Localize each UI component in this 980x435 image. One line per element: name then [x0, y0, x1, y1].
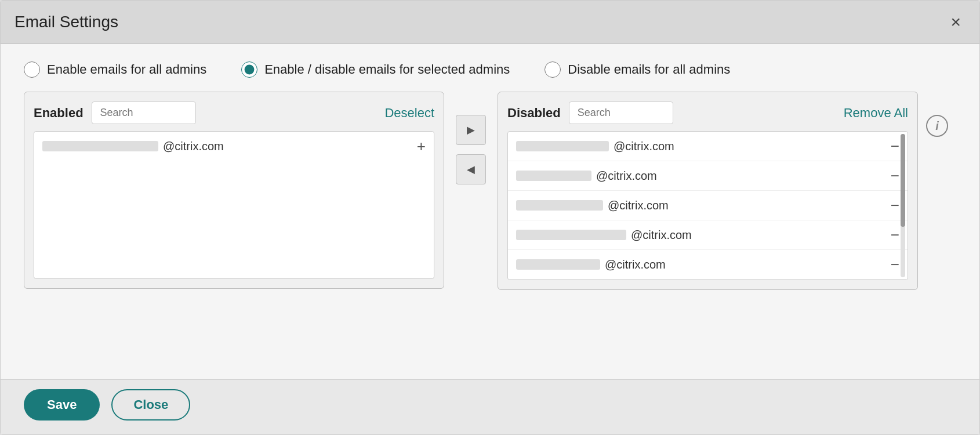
save-button[interactable]: Save — [24, 389, 100, 420]
dialog-header: Email Settings × — [1, 1, 979, 44]
add-item-button[interactable]: + — [417, 139, 426, 154]
dialog-title: Email Settings — [14, 13, 118, 31]
radio-label-enable-all: Enable emails for all admins — [47, 62, 206, 77]
blurred-email-name — [42, 141, 158, 151]
scrollbar-track — [901, 134, 905, 277]
left-arrow-icon: ◀ — [467, 163, 475, 176]
move-left-button[interactable]: ◀ — [456, 154, 486, 184]
dialog-footer: Save Close — [1, 379, 979, 434]
disabled-search-input[interactable] — [569, 102, 673, 124]
scrollbar-thumb[interactable] — [901, 134, 905, 227]
remove-item-button[interactable]: − — [891, 168, 899, 183]
radio-enable-selected[interactable]: Enable / disable emails for selected adm… — [241, 61, 510, 78]
blurred-email-name — [516, 230, 626, 240]
info-icon-container: i — [918, 115, 956, 137]
close-button[interactable]: Close — [111, 389, 190, 420]
list-item: @citrix.com − — [508, 250, 908, 280]
item-domain: @citrix.com — [163, 140, 224, 153]
radio-input-disable-all[interactable] — [545, 61, 561, 78]
disabled-panel-header: Disabled Remove All — [507, 102, 908, 124]
item-domain: @citrix.com — [596, 169, 657, 183]
enabled-list: @citrix.com + — [34, 131, 434, 279]
blurred-email-name — [516, 200, 603, 211]
radio-label-disable-all: Disable emails for all admins — [568, 62, 730, 77]
panels-row: Enabled Deselect @citrix.com + ▶ — [24, 92, 956, 368]
remove-item-button[interactable]: − — [891, 257, 899, 272]
close-icon-button[interactable]: × — [946, 11, 966, 33]
list-item: @citrix.com − — [508, 132, 908, 161]
enabled-search-input[interactable] — [92, 102, 196, 124]
list-item: @citrix.com − — [508, 191, 908, 220]
radio-input-enable-all[interactable] — [24, 61, 40, 78]
enabled-panel-header: Enabled Deselect — [34, 102, 434, 124]
radio-group: Enable emails for all admins Enable / di… — [24, 61, 956, 78]
enabled-panel: Enabled Deselect @citrix.com + — [24, 92, 444, 289]
item-domain: @citrix.com — [631, 229, 692, 242]
radio-input-enable-selected[interactable] — [241, 61, 257, 78]
remove-all-button[interactable]: Remove All — [844, 106, 908, 121]
move-right-button[interactable]: ▶ — [456, 115, 486, 145]
email-settings-dialog: Email Settings × Enable emails for all a… — [0, 0, 980, 435]
disabled-list: @citrix.com − @citrix.com − @citrix.com … — [507, 131, 908, 280]
blurred-email-name — [516, 259, 600, 270]
disabled-panel-label: Disabled — [507, 106, 561, 121]
list-item: @citrix.com − — [508, 220, 908, 250]
item-domain: @citrix.com — [614, 140, 674, 153]
radio-label-enable-selected: Enable / disable emails for selected adm… — [264, 62, 510, 77]
remove-item-button[interactable]: − — [891, 139, 899, 154]
remove-item-button[interactable]: − — [891, 227, 899, 242]
disabled-panel: Disabled Remove All @citrix.com − @citri… — [498, 92, 918, 290]
remove-item-button[interactable]: − — [891, 198, 899, 213]
info-icon: i — [926, 115, 948, 137]
list-item: @citrix.com − — [508, 161, 908, 191]
transfer-buttons: ▶ ◀ — [444, 115, 498, 184]
blurred-email-name — [516, 171, 591, 181]
radio-enable-all[interactable]: Enable emails for all admins — [24, 61, 206, 78]
radio-disable-all[interactable]: Disable emails for all admins — [545, 61, 730, 78]
item-domain: @citrix.com — [605, 258, 666, 271]
blurred-email-name — [516, 141, 609, 151]
enabled-panel-label: Enabled — [34, 106, 84, 121]
right-arrow-icon: ▶ — [467, 124, 475, 136]
deselect-button[interactable]: Deselect — [384, 106, 434, 121]
list-item: @citrix.com + — [34, 132, 434, 161]
dialog-body: Enable emails for all admins Enable / di… — [1, 44, 979, 379]
item-domain: @citrix.com — [608, 199, 669, 212]
